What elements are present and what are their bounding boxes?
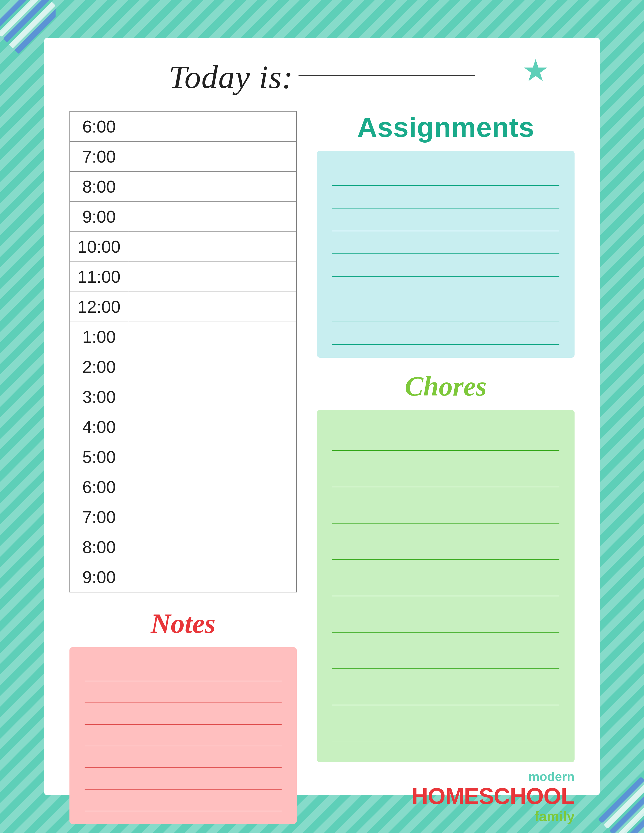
event-cell-7[interactable] [128, 292, 296, 322]
event-cell-6[interactable] [128, 262, 296, 292]
chores-line-7[interactable] [332, 649, 559, 669]
star-icon: ★ [522, 53, 549, 88]
assignment-line-2[interactable] [332, 186, 559, 209]
table-row: 9:00 [70, 562, 296, 592]
left-column: 6:00 7:00 8:00 9:00 [69, 111, 297, 824]
event-cell-4[interactable] [128, 202, 296, 232]
table-row: 12:00 [70, 292, 296, 322]
assignment-line-1[interactable] [332, 164, 559, 186]
assignment-line-6[interactable] [332, 277, 559, 299]
event-cell-5[interactable] [128, 232, 296, 262]
event-cell-9[interactable] [128, 352, 296, 382]
chores-line-2[interactable] [332, 467, 559, 487]
chores-box [317, 410, 575, 762]
time-cell-8: 1:00 [70, 322, 128, 352]
table-row: 2:00 [70, 352, 296, 382]
event-cell-14[interactable] [128, 502, 296, 532]
time-cell-10: 3:00 [70, 382, 128, 412]
event-cell-1[interactable] [128, 111, 296, 142]
table-row: 6:00 [70, 111, 296, 142]
event-cell-12[interactable] [128, 442, 296, 472]
table-row: 10:00 [70, 232, 296, 262]
event-cell-8[interactable] [128, 322, 296, 352]
time-cell-15: 8:00 [70, 532, 128, 562]
time-cell-4: 9:00 [70, 202, 128, 232]
time-cell-1: 6:00 [70, 111, 128, 142]
logo-area: modern HOMESCHOOL family [317, 770, 575, 824]
notes-line-2[interactable] [85, 682, 282, 703]
chores-line-4[interactable] [332, 540, 559, 560]
schedule-table: 6:00 7:00 8:00 9:00 [69, 111, 297, 592]
assignments-title: Assignments [317, 111, 575, 143]
assignments-box [317, 151, 575, 358]
time-cell-12: 5:00 [70, 442, 128, 472]
notes-box [69, 647, 297, 824]
notes-line-1[interactable] [85, 660, 282, 681]
notes-line-5[interactable] [85, 746, 282, 768]
time-cell-11: 4:00 [70, 412, 128, 442]
assignment-line-8[interactable] [332, 323, 559, 345]
table-row: 9:00 [70, 202, 296, 232]
event-cell-10[interactable] [128, 382, 296, 412]
table-row: 8:00 [70, 172, 296, 202]
logo-text: modern HOMESCHOOL family [412, 770, 575, 824]
time-cell-13: 6:00 [70, 472, 128, 502]
chores-line-1[interactable] [332, 431, 559, 451]
assignment-line-4[interactable] [332, 232, 559, 254]
logo-modern: modern [412, 770, 575, 784]
header: Today is: ★ [69, 58, 575, 96]
time-cell-14: 7:00 [70, 502, 128, 532]
time-cell-16: 9:00 [70, 562, 128, 592]
table-row: 6:00 [70, 472, 296, 502]
time-cell-7: 12:00 [70, 292, 128, 322]
assignment-line-5[interactable] [332, 254, 559, 277]
chores-line-3[interactable] [332, 503, 559, 524]
notes-title: Notes [69, 608, 297, 640]
right-column: Assignments Chores [317, 111, 575, 824]
table-row: 3:00 [70, 382, 296, 412]
time-cell-6: 11:00 [70, 262, 128, 292]
time-cell-5: 10:00 [70, 232, 128, 262]
today-label: Today is: [169, 58, 293, 96]
table-row: 11:00 [70, 262, 296, 292]
logo-homeschool: HOMESCHOOL [412, 784, 575, 809]
table-row: 5:00 [70, 442, 296, 472]
time-cell-3: 8:00 [70, 172, 128, 202]
event-cell-2[interactable] [128, 142, 296, 172]
event-cell-13[interactable] [128, 472, 296, 502]
table-row: 1:00 [70, 322, 296, 352]
notes-line-3[interactable] [85, 703, 282, 725]
time-cell-9: 2:00 [70, 352, 128, 382]
event-cell-15[interactable] [128, 532, 296, 562]
event-cell-3[interactable] [128, 172, 296, 202]
event-cell-11[interactable] [128, 412, 296, 442]
page: Today is: ★ 6:00 7:00 8:00 [44, 38, 600, 795]
chores-line-9[interactable] [332, 721, 559, 741]
table-row: 8:00 [70, 532, 296, 562]
today-line[interactable] [298, 75, 475, 76]
time-cell-2: 7:00 [70, 142, 128, 172]
logo-family: family [412, 809, 575, 824]
chores-line-5[interactable] [332, 576, 559, 596]
table-row: 7:00 [70, 142, 296, 172]
notes-line-7[interactable] [85, 790, 282, 811]
table-row: 4:00 [70, 412, 296, 442]
main-content: 6:00 7:00 8:00 9:00 [69, 111, 575, 824]
chores-title: Chores [317, 370, 575, 402]
notes-line-6[interactable] [85, 768, 282, 790]
table-row: 7:00 [70, 502, 296, 532]
notes-line-4[interactable] [85, 725, 282, 746]
chores-line-8[interactable] [332, 685, 559, 705]
assignment-line-3[interactable] [332, 209, 559, 231]
assignment-line-7[interactable] [332, 300, 559, 322]
chores-line-6[interactable] [332, 613, 559, 633]
event-cell-16[interactable] [128, 562, 296, 592]
